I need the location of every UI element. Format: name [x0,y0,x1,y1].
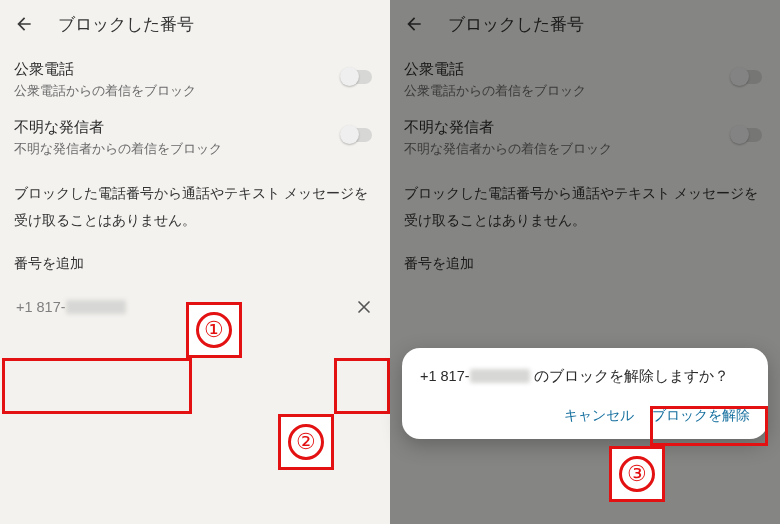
annotation-2: ② [288,424,324,460]
page-title: ブロックした番号 [58,13,194,36]
unknown-toggle[interactable] [732,128,762,142]
header: ブロックした番号 [390,0,780,48]
redacted [470,369,530,383]
unknown-sub: 不明な発信者からの着信をブロック [14,141,376,158]
blocked-number: +1 817- [16,299,126,315]
unknown-title: 不明な発信者 [14,118,376,137]
annotation-1-box: ① [186,302,242,358]
payphone-toggle[interactable] [732,70,762,84]
payphone-sub: 公衆電話からの着信をブロック [14,83,376,100]
back-icon[interactable] [402,12,426,36]
annotation-box-1 [2,358,192,414]
annotation-box-3 [650,406,768,446]
info-text: ブロックした電話番号から通話やテキスト メッセージを受け取ることはありません。 [0,164,390,237]
payphone-toggle[interactable] [342,70,372,84]
payphone-row[interactable]: 公衆電話 公衆電話からの着信をブロック [0,48,390,106]
unknown-sub: 不明な発信者からの着信をブロック [404,141,766,158]
annotation-3-box: ③ [609,446,665,502]
annotation-2-box: ② [278,414,334,470]
unknown-row[interactable]: 不明な発信者 不明な発信者からの着信をブロック [0,106,390,164]
add-number[interactable]: 番号を追加 [0,237,390,279]
unknown-row[interactable]: 不明な発信者 不明な発信者からの着信をブロック [390,106,780,164]
info-text: ブロックした電話番号から通話やテキスト メッセージを受け取ることはありません。 [390,164,780,237]
annotation-1: ① [196,312,232,348]
back-icon[interactable] [12,12,36,36]
add-number[interactable]: 番号を追加 [390,237,780,279]
unknown-toggle[interactable] [342,128,372,142]
payphone-title: 公衆電話 [404,60,766,79]
payphone-title: 公衆電話 [14,60,376,79]
unknown-title: 不明な発信者 [404,118,766,137]
dialog-message: +1 817- のブロックを解除しますか？ [420,364,750,389]
remove-number-icon[interactable] [354,297,374,317]
annotation-3: ③ [619,456,655,492]
annotation-box-2 [334,358,390,414]
cancel-button[interactable]: キャンセル [564,407,634,425]
left-screen: ブロックした番号 公衆電話 公衆電話からの着信をブロック 不明な発信者 不明な発… [0,0,390,524]
payphone-sub: 公衆電話からの着信をブロック [404,83,766,100]
page-title: ブロックした番号 [448,13,584,36]
header: ブロックした番号 [0,0,390,48]
payphone-row[interactable]: 公衆電話 公衆電話からの着信をブロック [390,48,780,106]
right-screen: ブロックした番号 公衆電話 公衆電話からの着信をブロック 不明な発信者 不明な発… [390,0,780,524]
redacted [66,300,126,314]
